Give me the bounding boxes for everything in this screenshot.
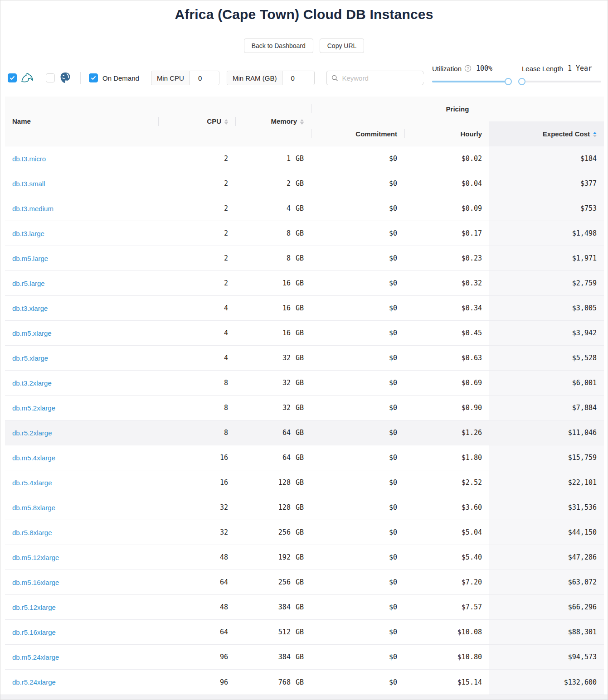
table-row[interactable]: db.m5.4xlarge 16 64GB $0 $1.80 $15,759 [5,445,604,470]
table-row[interactable]: db.r5.large 2 16GB $0 $0.32 $2,759 [5,271,604,296]
page-title: Africa (Cape Town) Cloud DB Instances [0,7,608,22]
table-row[interactable]: db.t3.large 2 8GB $0 $0.17 $1,498 [5,221,604,246]
expected-cost-cell: $2,759 [489,271,604,296]
instance-name-link[interactable]: db.r5.xlarge [12,354,48,362]
instance-name-link[interactable]: db.r5.16xlarge [12,628,56,636]
min-cpu-input[interactable] [190,71,219,85]
expected-cost-cell: $22,101 [489,470,604,495]
cpu-cell: 8 [158,396,235,420]
instance-name-link[interactable]: db.r5.24xlarge [12,678,56,686]
cpu-cell: 32 [158,495,235,520]
instance-name-link[interactable]: db.t3.micro [12,155,46,163]
expected-cost-cell: $47,286 [489,545,604,570]
instance-name-link[interactable]: db.r5.8xlarge [12,529,52,536]
hourly-cell: $0.34 [404,296,489,321]
instance-name-link[interactable]: db.m5.large [12,255,48,262]
hourly-cell: $1.26 [404,420,489,445]
commitment-cell: $0 [311,520,404,545]
memory-cell: 2GB [235,171,311,196]
table-row[interactable]: db.m5.large 2 8GB $0 $0.23 $1,971 [5,246,604,271]
commitment-cell: $0 [311,620,404,645]
cpu-cell: 2 [158,146,235,171]
instance-name-link[interactable]: db.t3.small [12,180,45,188]
expected-cost-cell: $3,942 [489,321,604,346]
commitment-cell: $0 [311,545,404,570]
instance-name-link[interactable]: db.m5.16xlarge [12,579,59,586]
cpu-cell: 64 [158,570,235,595]
keyword-input[interactable] [342,74,432,82]
table-row[interactable]: db.r5.8xlarge 32 256GB $0 $5.04 $44,150 [5,520,604,545]
page-header: Africa (Cape Town) Cloud DB Instances Ba… [0,0,608,53]
lease-length-label: Lease Length [522,65,563,72]
utilization-slider-thumb[interactable] [505,78,512,85]
table-row[interactable]: db.r5.2xlarge 8 64GB $0 $1.26 $11,046 [5,420,604,445]
min-ram-input[interactable] [282,71,314,85]
table-row[interactable]: db.t3.small 2 2GB $0 $0.04 $377 [5,171,604,196]
table-row[interactable]: db.m5.xlarge 4 16GB $0 $0.45 $3,942 [5,321,604,346]
instance-name-link[interactable]: db.m5.xlarge [12,329,52,337]
table-row[interactable]: db.m5.16xlarge 64 256GB $0 $7.20 $63,072 [5,570,604,595]
instance-name-link[interactable]: db.m5.12xlarge [12,554,59,561]
back-to-dashboard-button[interactable]: Back to Dashboard [244,39,313,53]
memory-cell: 64GB [235,420,311,445]
header-memory[interactable]: Memory [235,97,311,146]
lease-length-slider[interactable] [522,78,601,85]
instance-name-link[interactable]: db.t3.large [12,230,44,237]
table-row[interactable]: db.t3.2xlarge 8 32GB $0 $0.69 $6,001 [5,371,604,396]
question-circle-icon[interactable]: ? [464,65,472,72]
mysql-checkbox[interactable] [8,73,17,82]
cpu-cell: 2 [158,171,235,196]
hourly-cell: $2.52 [404,470,489,495]
page: Africa (Cape Town) Cloud DB Instances Ba… [0,0,608,700]
hourly-cell: $0.63 [404,346,489,371]
instance-name-link[interactable]: db.r5.4xlarge [12,479,52,487]
instance-name-link[interactable]: db.m5.4xlarge [12,454,55,462]
lease-length-slider-thumb[interactable] [518,78,525,85]
on-demand-checkbox[interactable] [89,73,98,82]
instance-name-link[interactable]: db.t3.xlarge [12,304,48,312]
expected-cost-sort-icon[interactable] [593,132,597,137]
instance-name-link[interactable]: db.t3.medium [12,205,54,212]
memory-sort-icon[interactable] [300,119,304,125]
utilization-slider[interactable] [432,78,508,85]
memory-cell: 32GB [235,346,311,371]
instance-name-link[interactable]: db.m5.8xlarge [12,504,55,512]
hourly-cell: $0.09 [404,196,489,221]
action-row: Back to Dashboard Copy URL [0,39,608,53]
memory-cell: 8GB [235,221,311,246]
instance-name-link[interactable]: db.r5.12xlarge [12,603,56,611]
table-row[interactable]: db.m5.24xlarge 96 384GB $0 $10.80 $94,57… [5,645,604,670]
table-row[interactable]: db.m5.2xlarge 8 32GB $0 $0.90 $7,884 [5,396,604,420]
table-row[interactable]: db.m5.12xlarge 48 192GB $0 $5.40 $47,286 [5,545,604,570]
table-row[interactable]: db.t3.xlarge 4 16GB $0 $0.34 $3,005 [5,296,604,321]
cpu-sort-icon[interactable] [224,119,228,125]
postgres-checkbox[interactable] [46,73,55,82]
table-row[interactable]: db.r5.24xlarge 96 768GB $0 $15.14 $132,6… [5,670,604,695]
cpu-cell: 2 [158,196,235,221]
header-cpu[interactable]: CPU [158,97,235,146]
commitment-cell: $0 [311,570,404,595]
filter-bar: On Demand Min CPU Min RAM (GB) Utilizati… [0,70,608,87]
lease-length-value: 1 Year [568,64,592,72]
copy-url-button[interactable]: Copy URL [320,39,365,53]
cpu-cell: 32 [158,520,235,545]
commitment-cell: $0 [311,445,404,470]
table-row[interactable]: db.r5.12xlarge 48 384GB $0 $7.57 $66,296 [5,595,604,620]
instance-name-link[interactable]: db.m5.2xlarge [12,404,55,412]
instance-name-link[interactable]: db.m5.24xlarge [12,653,59,661]
memory-cell: 128GB [235,470,311,495]
memory-cell: 16GB [235,296,311,321]
instance-name-link[interactable]: db.t3.2xlarge [12,379,52,387]
instance-name-link[interactable]: db.r5.large [12,280,45,287]
magnifier-icon [331,75,338,82]
table-row[interactable]: db.t3.micro 2 1GB $0 $0.02 $184 [5,146,604,171]
header-expected-cost[interactable]: Expected Cost [489,121,604,146]
table-row[interactable]: db.r5.4xlarge 16 128GB $0 $2.52 $22,101 [5,470,604,495]
table-row[interactable]: db.r5.xlarge 4 32GB $0 $0.63 $5,528 [5,346,604,371]
instance-name-link[interactable]: db.r5.2xlarge [12,429,52,437]
table-row[interactable]: db.m5.8xlarge 32 128GB $0 $3.60 $31,536 [5,495,604,520]
commitment-cell: $0 [311,171,404,196]
table-row[interactable]: db.t3.medium 2 4GB $0 $0.09 $753 [5,196,604,221]
table-row[interactable]: db.r5.16xlarge 64 512GB $0 $10.08 $88,30… [5,620,604,645]
hourly-cell: $15.14 [404,670,489,695]
